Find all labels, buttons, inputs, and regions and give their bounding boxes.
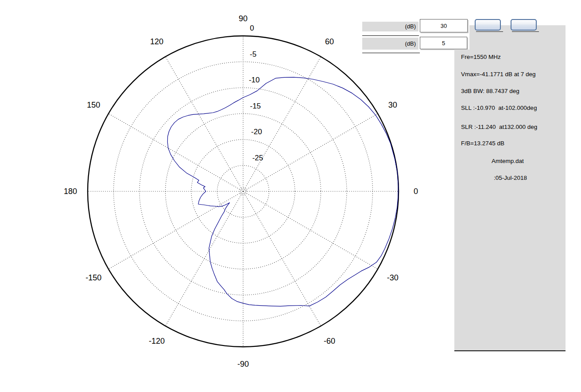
- info-line-sll: SLL :-10.970 at-102.000deg: [461, 105, 537, 111]
- angle-tick-label: 60: [325, 37, 334, 46]
- angle-tick-label: 90: [239, 14, 248, 23]
- radial-tick-label: -25: [252, 154, 263, 162]
- polar-grid-spoke: [243, 114, 378, 192]
- angle-tick-label: 0: [414, 187, 418, 196]
- polar-grid-spoke: [243, 191, 378, 269]
- action-button-2-underline: [512, 31, 539, 32]
- db-step-input[interactable]: [420, 37, 467, 49]
- radial-tick-label: -10: [249, 76, 260, 84]
- action-button-2[interactable]: [511, 19, 537, 31]
- info-line-slr: SLR :-11.240 at132.000 deg: [461, 124, 537, 130]
- radial-tick-label: -15: [250, 102, 261, 110]
- figure-window: 0306090120150180-150-120-90-60-300-5-10-…: [0, 0, 581, 392]
- info-line-date: :05-Jul-2018: [494, 175, 527, 181]
- db-scale-label: (dB): [362, 22, 418, 31]
- info-line-front-to-back: F/B=13.2745 dB: [461, 140, 504, 147]
- db-scale-underline: [362, 35, 419, 36]
- polar-grid-spoke: [166, 57, 244, 191]
- angle-tick-label: 30: [388, 101, 397, 109]
- radial-tick-label: -20: [251, 128, 262, 136]
- db-step-underline: [362, 53, 420, 53]
- angle-tick-label: 120: [150, 37, 163, 46]
- angle-tick-label: -150: [85, 273, 101, 282]
- radial-tick-label: -5: [250, 50, 256, 58]
- polar-grid-spoke: [108, 191, 243, 269]
- info-panel: [454, 50, 566, 351]
- action-button-1-underline: [476, 31, 503, 32]
- radiation-pattern-curve: [167, 77, 398, 306]
- polar-grid-spoke: [108, 114, 243, 192]
- info-line-filename: Amtemp.dat: [492, 158, 524, 164]
- db-scale-input[interactable]: [420, 19, 468, 32]
- db-step-label: (dB): [362, 38, 418, 50]
- radial-tick-label: 0: [250, 24, 254, 32]
- info-line-vmax: Vmax=-41.1771 dB at 7 deg: [461, 71, 536, 78]
- action-button-1[interactable]: [475, 19, 501, 31]
- info-line-beamwidth: 3dB BW: 88.7437 deg: [461, 88, 519, 94]
- angle-tick-label: -90: [237, 360, 249, 369]
- angle-tick-label: 150: [87, 101, 100, 109]
- angle-tick-label: -120: [149, 337, 165, 345]
- angle-tick-label: -30: [387, 273, 399, 282]
- angle-tick-label: 180: [64, 187, 77, 196]
- angle-tick-label: -60: [324, 337, 335, 345]
- polar-plot: 0306090120150180-150-120-90-60-300-5-10-…: [0, 0, 447, 392]
- info-line-frequency: Fre=1550 MHz: [461, 54, 501, 60]
